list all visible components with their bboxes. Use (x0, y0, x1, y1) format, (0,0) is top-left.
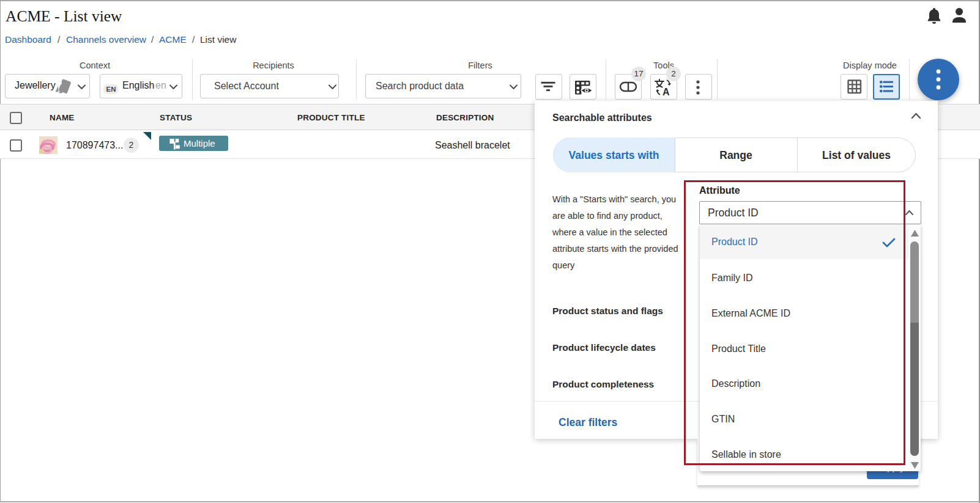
svg-text:A: A (663, 87, 670, 97)
